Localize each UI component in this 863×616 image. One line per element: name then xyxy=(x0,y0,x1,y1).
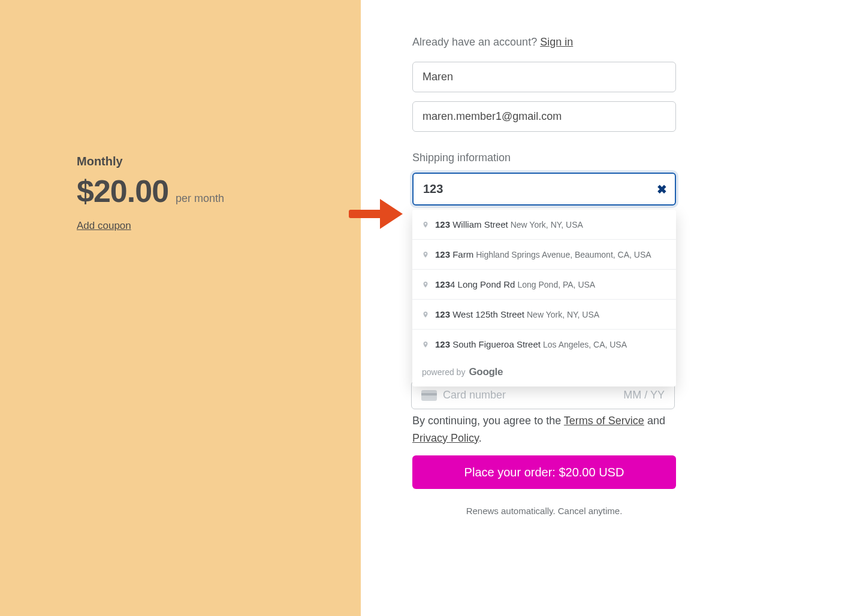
pricing-summary-panel: Monthly $20.00 per month Add coupon xyxy=(0,0,361,616)
address-suggestion[interactable]: 123 South Figueroa StreetLos Angeles, CA… xyxy=(412,330,676,359)
suggestion-main: 1234 Long Pond RdLong Pond, PA, USA xyxy=(435,279,595,289)
card-expiry-placeholder: MM / YY xyxy=(623,389,665,401)
suggestion-sub: Long Pond, PA, USA xyxy=(517,280,595,289)
place-order-button[interactable]: Place your order: $20.00 USD xyxy=(412,455,676,489)
svg-marker-1 xyxy=(380,199,403,229)
signin-prefix: Already have an account? xyxy=(412,36,540,48)
name-field[interactable] xyxy=(412,62,676,92)
address-suggestion[interactable]: 123 West 125th StreetNew York, NY, USA xyxy=(412,300,676,330)
shipping-section-label: Shipping information xyxy=(412,152,676,164)
pin-icon xyxy=(422,280,429,289)
clear-address-button[interactable]: ✖ xyxy=(654,182,669,197)
terms-text: By continuing, you agree to the Terms of… xyxy=(412,412,676,447)
plan-name: Monthly xyxy=(77,155,289,168)
pin-icon xyxy=(422,220,429,230)
pin-icon xyxy=(422,250,429,259)
card-placeholder: Card number xyxy=(443,389,506,401)
address-suggestion[interactable]: 1234 Long Pond RdLong Pond, PA, USA xyxy=(412,270,676,300)
suggestion-main: 123 West 125th StreetNew York, NY, USA xyxy=(435,309,599,319)
pin-icon xyxy=(422,340,429,349)
add-coupon-link[interactable]: Add coupon xyxy=(77,220,131,232)
pin-icon xyxy=(422,310,429,319)
svg-rect-0 xyxy=(349,210,382,218)
terms-of-service-link[interactable]: Terms of Service xyxy=(564,415,644,427)
suggestion-sub: New York, NY, USA xyxy=(527,310,599,319)
annotation-arrow-icon xyxy=(349,199,403,231)
suggestion-sub: Highland Springs Avenue, Beaumont, CA, U… xyxy=(476,250,651,259)
form-wrap: Already have an account? Sign in Shippin… xyxy=(412,36,676,206)
suggestion-main: 123 South Figueroa StreetLos Angeles, CA… xyxy=(435,339,627,349)
powered-by-prefix: powered by xyxy=(422,367,465,377)
close-icon: ✖ xyxy=(657,182,667,197)
address-autocomplete: ✖ 123 William StreetNew York, NY, USA 12… xyxy=(412,173,676,206)
suggestion-main: 123 FarmHighland Springs Avenue, Beaumon… xyxy=(435,249,651,259)
address-suggestions-dropdown: 123 William StreetNew York, NY, USA 123 … xyxy=(412,210,676,386)
suggestion-sub: New York, NY, USA xyxy=(511,220,583,230)
address-suggestion[interactable]: 123 William StreetNew York, NY, USA xyxy=(412,210,676,240)
terms-prefix: By continuing, you agree to the xyxy=(412,415,564,427)
address-suggestion[interactable]: 123 FarmHighland Springs Avenue, Beaumon… xyxy=(412,240,676,270)
privacy-policy-link[interactable]: Privacy Policy xyxy=(412,432,479,444)
suggestion-main: 123 William StreetNew York, NY, USA xyxy=(435,219,583,230)
google-logo: Google xyxy=(469,366,503,378)
signin-link[interactable]: Sign in xyxy=(540,36,573,48)
card-left: Card number xyxy=(421,389,506,401)
renewal-note: Renews automatically. Cancel anytime. xyxy=(412,506,676,516)
plan-price: $20.00 xyxy=(77,173,168,209)
email-field[interactable] xyxy=(412,101,676,132)
price-row: $20.00 per month xyxy=(77,173,289,209)
terms-suffix: . xyxy=(479,432,482,444)
autocomplete-attribution: powered by Google xyxy=(412,359,676,386)
signin-prompt: Already have an account? Sign in xyxy=(412,36,676,49)
suggestion-sub: Los Angeles, CA, USA xyxy=(543,340,627,349)
card-icon xyxy=(421,390,437,401)
checkout-form-panel: Already have an account? Sign in Shippin… xyxy=(361,0,863,616)
address-field[interactable] xyxy=(412,173,676,206)
plan-period: per month xyxy=(176,192,224,205)
terms-mid: and xyxy=(644,415,665,427)
